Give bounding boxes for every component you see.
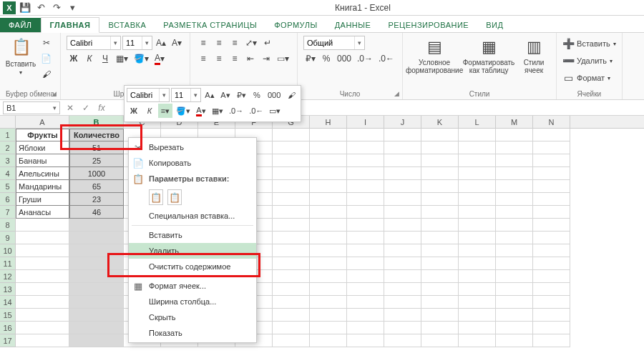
cell[interactable] bbox=[384, 167, 421, 180]
ctx-hide[interactable]: Скрыть bbox=[129, 309, 256, 325]
cell[interactable] bbox=[384, 180, 421, 193]
cell[interactable] bbox=[273, 283, 310, 296]
increase-indent-button[interactable]: ⇥ bbox=[259, 51, 273, 66]
cell[interactable] bbox=[69, 257, 124, 270]
cell[interactable]: Бананы bbox=[16, 154, 69, 167]
mini-border-button[interactable]: ▦▾ bbox=[210, 104, 225, 118]
cell[interactable] bbox=[421, 232, 459, 244]
row-header[interactable]: 8 bbox=[0, 219, 16, 232]
row-header[interactable]: 1 bbox=[0, 129, 16, 141]
cell[interactable] bbox=[347, 244, 384, 257]
cell[interactable] bbox=[533, 167, 570, 180]
cell[interactable] bbox=[310, 232, 347, 244]
cell[interactable] bbox=[310, 167, 347, 180]
cell[interactable] bbox=[69, 219, 124, 232]
ctx-insert[interactable]: Вставить bbox=[129, 227, 256, 243]
number-launcher-icon[interactable]: ◢ bbox=[392, 89, 401, 98]
cell[interactable] bbox=[16, 283, 69, 296]
cell[interactable] bbox=[533, 322, 570, 334]
increase-decimal-button[interactable]: .0→ bbox=[355, 51, 375, 66]
cell[interactable] bbox=[273, 322, 310, 334]
cell[interactable] bbox=[533, 193, 570, 206]
cell[interactable] bbox=[310, 141, 347, 154]
cell[interactable] bbox=[384, 270, 421, 283]
mini-bold-button[interactable]: Ж bbox=[127, 104, 141, 118]
cell[interactable]: 23 bbox=[69, 193, 124, 206]
row-header[interactable]: 2 bbox=[0, 141, 16, 154]
tab-data[interactable]: ДАННЫЕ bbox=[326, 18, 380, 32]
cell[interactable] bbox=[421, 180, 459, 193]
paste-values-button[interactable]: 📋 bbox=[167, 189, 182, 205]
cell[interactable] bbox=[496, 193, 533, 206]
fill-color-button[interactable]: 🪣▾ bbox=[132, 51, 151, 66]
cell-styles-button[interactable]: ▥ Стили ячеек bbox=[517, 36, 550, 74]
mini-currency-button[interactable]: ₽▾ bbox=[234, 88, 248, 102]
wrap-text-button[interactable]: ↵ bbox=[260, 36, 275, 50]
cell[interactable] bbox=[16, 244, 69, 257]
cell[interactable] bbox=[347, 129, 384, 141]
cell[interactable] bbox=[459, 257, 496, 270]
undo-button[interactable]: ↶ bbox=[34, 1, 47, 14]
cell[interactable] bbox=[384, 322, 421, 334]
cell[interactable] bbox=[347, 167, 384, 180]
cell[interactable]: 1000 bbox=[69, 167, 124, 180]
cell[interactable] bbox=[273, 167, 310, 180]
cell[interactable] bbox=[310, 334, 347, 347]
cell[interactable] bbox=[310, 129, 347, 141]
ctx-clear[interactable]: Очистить содержимое bbox=[129, 259, 256, 274]
mini-align-button[interactable]: ≡▾ bbox=[158, 104, 172, 118]
cell[interactable] bbox=[69, 296, 124, 309]
cell[interactable] bbox=[533, 334, 570, 347]
cell[interactable] bbox=[273, 180, 310, 193]
font-color-button[interactable]: A▾ bbox=[152, 51, 167, 66]
cell[interactable] bbox=[496, 129, 533, 141]
cell[interactable] bbox=[69, 232, 124, 244]
decrease-font-button[interactable]: A▾ bbox=[170, 36, 184, 50]
redo-button[interactable]: ↷ bbox=[50, 1, 63, 14]
insert-cells-button[interactable]: ➕ Вставить ▾ bbox=[562, 36, 616, 51]
cell[interactable] bbox=[273, 141, 310, 154]
cell[interactable] bbox=[459, 270, 496, 283]
clipboard-launcher-icon[interactable]: ◢ bbox=[50, 89, 59, 98]
cell[interactable] bbox=[496, 154, 533, 167]
cell[interactable] bbox=[496, 167, 533, 180]
mini-merge-button[interactable]: ▭▾ bbox=[267, 104, 283, 118]
row-header[interactable]: 17 bbox=[0, 334, 16, 347]
cell[interactable] bbox=[273, 257, 310, 270]
tab-insert[interactable]: ВСТАВКА bbox=[99, 18, 155, 32]
row-header[interactable]: 15 bbox=[0, 309, 16, 322]
cell[interactable] bbox=[273, 296, 310, 309]
font-name-input[interactable] bbox=[67, 36, 110, 49]
align-top-button[interactable]: ≡ bbox=[196, 36, 210, 50]
cell[interactable] bbox=[69, 334, 124, 347]
cell[interactable] bbox=[421, 296, 459, 309]
cell[interactable] bbox=[496, 309, 533, 322]
align-center-button[interactable]: ≡ bbox=[212, 51, 226, 66]
mini-fill-color-button[interactable]: 🪣▾ bbox=[174, 104, 192, 118]
ctx-delete[interactable]: Удалить bbox=[129, 243, 256, 259]
cell[interactable] bbox=[310, 219, 347, 232]
cell[interactable]: Яблоки bbox=[16, 141, 69, 154]
cell[interactable]: 25 bbox=[69, 154, 124, 167]
cell[interactable]: Апельсины bbox=[16, 167, 69, 180]
cell[interactable] bbox=[384, 283, 421, 296]
cell[interactable] bbox=[347, 154, 384, 167]
cancel-formula-button[interactable]: ✕ bbox=[63, 101, 77, 114]
cell[interactable] bbox=[496, 334, 533, 347]
ctx-format-cells[interactable]: ▦ Формат ячеек... bbox=[129, 278, 256, 294]
cell[interactable] bbox=[273, 193, 310, 206]
cell[interactable] bbox=[69, 244, 124, 257]
fx-button[interactable]: fx bbox=[94, 101, 109, 114]
cell[interactable] bbox=[347, 283, 384, 296]
cell[interactable] bbox=[533, 296, 570, 309]
cell[interactable] bbox=[459, 244, 496, 257]
mini-comma-button[interactable]: 000 bbox=[265, 88, 283, 102]
format-painter-button[interactable]: 🖌 bbox=[39, 67, 54, 81]
cell[interactable] bbox=[310, 309, 347, 322]
column-header-m[interactable]: M bbox=[496, 116, 533, 128]
cell[interactable] bbox=[347, 141, 384, 154]
tab-view[interactable]: ВИД bbox=[477, 18, 512, 32]
cell[interactable] bbox=[459, 193, 496, 206]
save-button[interactable]: 💾 bbox=[19, 1, 31, 14]
paste-button[interactable]: 📋 Вставить ▾ bbox=[6, 36, 36, 76]
